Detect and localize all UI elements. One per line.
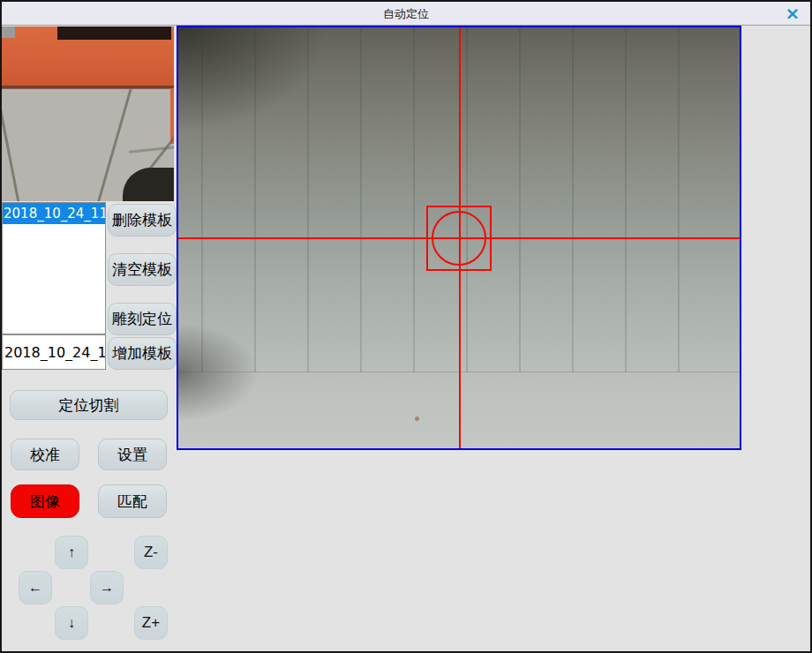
jog-down-button[interactable]: ↓ <box>55 606 88 640</box>
z-plus-button[interactable]: Z+ <box>134 606 168 640</box>
delete-template-button[interactable]: 删除模板 <box>108 204 177 236</box>
z-plus-label: Z+ <box>142 614 160 632</box>
template-list[interactable]: 2018_10_24_11 <box>2 202 106 334</box>
jog-left-button[interactable]: ← <box>19 571 52 604</box>
preview-orange-edge <box>170 88 174 144</box>
settings-button[interactable]: 设置 <box>98 439 167 470</box>
arrow-left-icon: ← <box>28 580 42 596</box>
dialog-title: 自动定位 <box>2 2 810 26</box>
camera-view[interactable] <box>177 26 741 450</box>
title-bar: 自动定位 × <box>2 2 810 26</box>
arrow-right-icon: → <box>100 580 114 596</box>
arrow-up-icon: ↑ <box>68 544 75 560</box>
engrave-position-button[interactable]: 雕刻定位 <box>108 303 177 335</box>
clear-templates-button[interactable]: 清空模板 <box>108 253 177 286</box>
preview-dark-band <box>57 26 171 40</box>
close-icon: × <box>786 3 801 24</box>
template-name-input[interactable] <box>2 334 106 370</box>
template-list-item[interactable]: 2018_10_24_11 <box>3 203 105 224</box>
camera-feed-spot <box>415 417 419 421</box>
z-minus-label: Z- <box>144 544 158 561</box>
jog-up-button[interactable]: ↑ <box>55 536 88 569</box>
preview-dark-object <box>123 168 174 201</box>
close-button[interactable]: × <box>781 3 804 25</box>
calibrate-button[interactable]: 校准 <box>11 439 79 470</box>
z-minus-button[interactable]: Z- <box>134 536 168 569</box>
jog-right-button[interactable]: → <box>90 571 124 604</box>
auto-position-dialog: 自动定位 × 2018_10_24_11 删除模板 清空模板 雕刻定位 增加模板… <box>0 0 812 653</box>
position-cut-button[interactable]: 定位切割 <box>10 390 168 420</box>
arrow-down-icon: ↓ <box>68 615 75 631</box>
preview-gray-corner <box>2 26 15 38</box>
template-preview-image <box>2 26 174 201</box>
add-template-button[interactable]: 增加模板 <box>108 337 177 370</box>
preview-tile-line <box>2 87 20 201</box>
image-button[interactable]: 图像 <box>11 484 79 518</box>
match-region-circle <box>432 211 486 266</box>
preview-plank-shadow <box>2 86 174 89</box>
match-button[interactable]: 匹配 <box>98 484 167 518</box>
preview-tile-line <box>129 146 174 154</box>
